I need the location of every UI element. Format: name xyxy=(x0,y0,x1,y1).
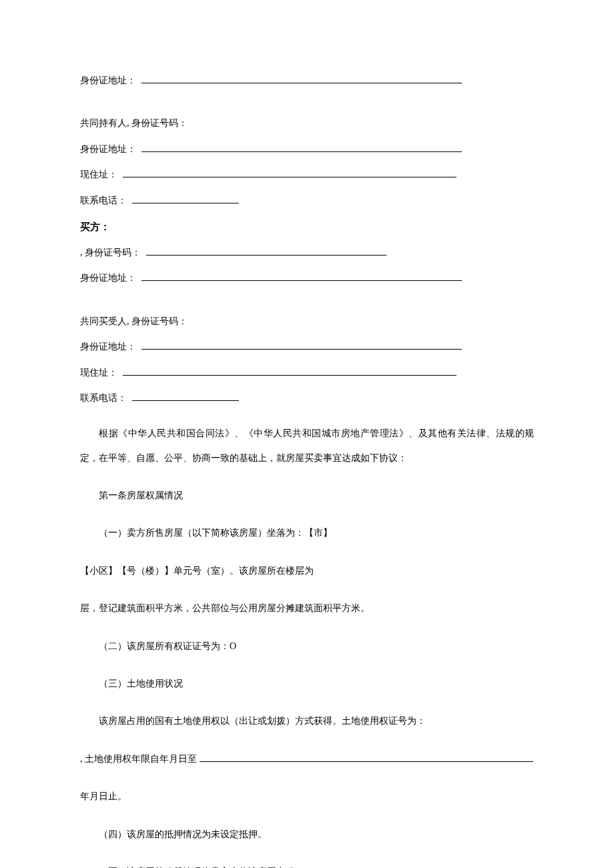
buyer-id-address-label: 身份证地址： xyxy=(80,271,136,286)
seller-phone-label: 联系电话： xyxy=(80,193,127,208)
body-p5: 层，登记建筑面积平方米，公共部位与公用房屋分摊建筑面积平方米。 xyxy=(80,596,534,620)
seller-coholder-id-address-label: 身份证地址： xyxy=(80,142,136,157)
cobuyer-id-address-row: 身份证地址： xyxy=(80,340,534,354)
spacer xyxy=(80,297,534,314)
buyer-id-address-row: 身份证地址： xyxy=(80,271,534,286)
blank-line xyxy=(200,754,533,762)
buyer-phone-row: 联系电话： xyxy=(80,391,534,406)
seller-coholder-label: 共同持有人, 身份证号码： xyxy=(80,116,188,131)
buyer-current-address-label: 现住址： xyxy=(80,366,117,380)
seller-coholder-id-address-row: 身份证地址： xyxy=(80,142,534,157)
body-p3: （一）卖方所售房屋（以下简称该房屋）坐落为：【市】 xyxy=(80,521,534,545)
seller-coholder-row: 共同持有人, 身份证号码： xyxy=(80,116,534,131)
blank-line xyxy=(141,272,462,281)
body-p4: 【小区】【号（楼）】单元号（室）。该房屋所在楼层为 xyxy=(80,559,534,583)
blank-line xyxy=(132,392,239,401)
buyer-current-address-row: 现住址： xyxy=(80,366,534,380)
document-page: 身份证地址： 共同持有人, 身份证号码： 身份证地址： 现住址： 联系电话： 买… xyxy=(0,0,614,868)
buyer-heading-row: 买方： xyxy=(80,219,534,235)
body-p11: （四）该房屋的抵押情况为未设定抵押。 xyxy=(80,823,534,847)
buyer-id-number-row: , 身份证号码： xyxy=(80,246,534,260)
blank-line xyxy=(123,168,456,177)
body-p9-prefix: , 土地使用权年限自年月日至 xyxy=(80,754,197,764)
seller-current-address-row: 现住址： xyxy=(80,167,534,182)
blank-line xyxy=(141,143,462,152)
body-p10: 年月日止。 xyxy=(80,785,534,809)
body-p8: 该房屋占用的国有土地使用权以（出让或划拨）方式获得。土地使用权证号为： xyxy=(80,709,534,733)
seller-current-address-label: 现住址： xyxy=(80,167,117,182)
seller-phone-row: 联系电话： xyxy=(80,193,534,208)
body-p1: 根据《中华人民共和国合同法》、《中华人民共和国城市房地产管理法》、及其他有关法律… xyxy=(80,422,534,470)
body-p6: （二）该房屋所有权证证号为：O xyxy=(80,634,534,659)
blank-line xyxy=(123,366,456,376)
body-p7: （三）土地使用状况 xyxy=(80,672,534,696)
blank-line xyxy=(146,246,386,256)
buyer-phone-label: 联系电话： xyxy=(80,391,127,406)
body-p12: （五）该房屋的租赁情况为卖方未将该房屋出租。 xyxy=(80,860,534,868)
cobuyer-id-address-label: 身份证地址： xyxy=(80,340,136,354)
seller-id-address-row: 身份证地址： xyxy=(80,73,534,88)
contract-body: 根据《中华人民共和国合同法》、《中华人民共和国城市房地产管理法》、及其他有关法律… xyxy=(80,422,534,868)
buyer-heading: 买方： xyxy=(80,219,110,235)
spacer xyxy=(80,99,534,116)
blank-line xyxy=(141,340,462,350)
body-p2: 第一条房屋权属情况 xyxy=(80,484,534,508)
blank-line xyxy=(141,74,462,83)
seller-id-address-label: 身份证地址： xyxy=(80,73,136,88)
blank-line xyxy=(132,194,239,203)
buyer-id-number-label: , 身份证号码： xyxy=(80,246,141,260)
body-p9: , 土地使用权年限自年月日至 xyxy=(80,747,534,771)
cobuyer-label: 共同买受人, 身份证号码： xyxy=(80,314,188,329)
cobuyer-row: 共同买受人, 身份证号码： xyxy=(80,314,534,329)
